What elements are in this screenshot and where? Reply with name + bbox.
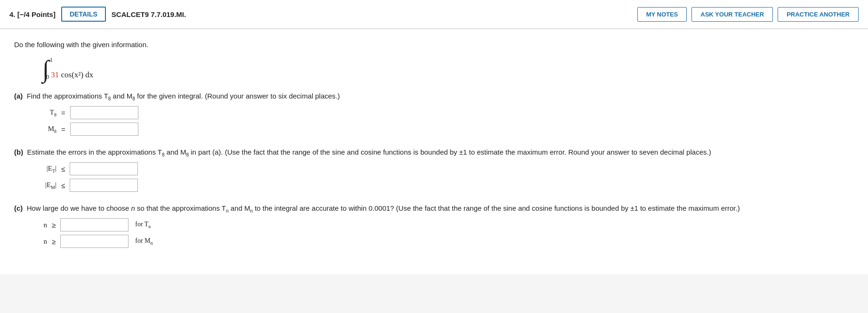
integral-function: cos(x²) dx [59,70,93,79]
integral-block: 1 ∫ 0 31 cos(x²) dx [14,57,854,82]
part-c-label: (c) How large do we have to choose n so … [14,204,854,214]
et-leq: ≤ [61,165,65,173]
n-mn-row: n ≥ for Mn [14,235,854,248]
for-mn-label: for Mn [135,237,153,246]
part-b-label: (b) Estimate the errors in the approxima… [14,148,854,157]
part-a-letter: (a) [14,92,23,100]
for-tn-label: for Tn [135,221,151,229]
integral-coefficient: 31 [51,70,59,79]
et-input[interactable] [70,162,138,175]
n-tn-geq: ≥ [52,221,56,229]
part-a-label: (a) Find the approximations T8 and M8 fo… [14,92,854,101]
t8-label: T8 [33,108,56,117]
et-label: |ET| [33,165,56,173]
n-mn-input[interactable] [60,235,129,248]
integral-upper: 1 [50,56,53,64]
m8-label: M8 [33,125,56,134]
n-tn-input[interactable] [60,218,129,231]
m8-row: M8 = [14,123,854,136]
em-input[interactable] [70,179,138,192]
part-a: (a) Find the approximations T8 and M8 fo… [14,92,854,136]
t8-row: T8 = [14,106,854,119]
integral-expression: 31 cos(x²) dx [51,70,93,82]
intro-text: Do the following with the given informat… [14,41,854,49]
part-c-letter: (c) [14,204,23,212]
em-leq: ≤ [61,181,65,189]
t8-input[interactable] [70,106,138,119]
part-b: (b) Estimate the errors in the approxima… [14,148,854,192]
n-tn-label: n [33,221,47,229]
main-content: Do the following with the given informat… [0,29,868,274]
et-row: |ET| ≤ [14,162,854,175]
n-mn-geq: ≥ [52,238,56,246]
em-row: |EM| ≤ [14,179,854,192]
ask-teacher-button[interactable]: ASK YOUR TEACHER [691,7,773,22]
details-button[interactable]: DETAILS [61,7,106,22]
header-bar: 4. [−/4 Points] DETAILS SCALCET9 7.7.019… [0,0,868,29]
m8-input[interactable] [70,123,138,136]
n-mn-label: n [33,238,47,246]
t8-equals: = [61,109,65,117]
my-notes-button[interactable]: MY NOTES [637,7,687,22]
header-right-buttons: MY NOTES ASK YOUR TEACHER PRACTICE ANOTH… [637,7,859,22]
em-label: |EM| [33,181,56,190]
problem-number: 4. [−/4 Points] [9,10,56,18]
problem-code: SCALCET9 7.7.019.MI. [112,10,186,18]
part-b-letter: (b) [14,148,23,156]
m8-equals: = [61,125,65,133]
practice-another-button[interactable]: PRACTICE ANOTHER [778,7,859,22]
part-c: (c) How large do we have to choose n so … [14,204,854,248]
integral-lower: 0 [46,73,49,81]
n-tn-row: n ≥ for Tn [14,218,854,231]
